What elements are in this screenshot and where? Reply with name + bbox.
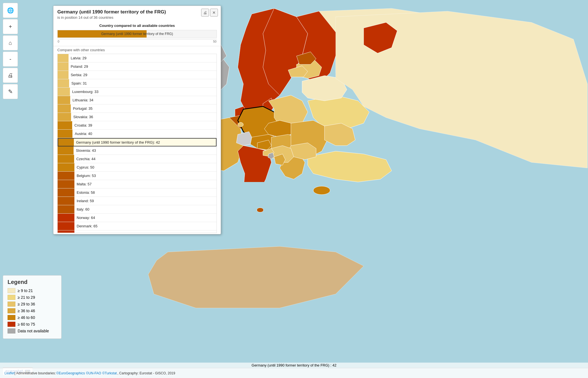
country-list-row[interactable]: Austria: 40 [58, 130, 217, 138]
bottom-value-text: Germany (until 1990 former territory of … [251, 363, 336, 367]
country-name-cell: Italy: 60 [74, 207, 217, 211]
country-list-row[interactable]: Croatia: 39 [58, 121, 217, 130]
legend-item: Data not available [8, 328, 57, 333]
country-list-row[interactable]: Cyprus: 50 [58, 163, 217, 172]
country-list-row[interactable]: Malta: 57 [58, 180, 217, 188]
country-name-cell: Norway: 64 [74, 216, 217, 220]
country-list-row[interactable]: Latvia: 29 [58, 54, 217, 62]
legend-item-label: ≥ 60 to 75 [18, 322, 35, 326]
country-list-row[interactable]: Luxembourg: 33 [58, 88, 217, 96]
country-list-row[interactable]: Slovakia: 36 [58, 113, 217, 121]
toolbar: 🌐 + ⌂ - 🖨 ✎ [3, 3, 18, 99]
country-name-cell: Poland: 29 [69, 64, 217, 69]
legend-color-swatch [8, 322, 15, 327]
svg-point-2 [313, 186, 330, 195]
country-bar-cell [58, 88, 70, 96]
compare-section: Compare with other countries Latvia: 29 … [53, 46, 221, 234]
legend-item: ≥ 9 to 21 [8, 288, 57, 293]
country-list-row[interactable]: Slovenia: 43 [58, 146, 217, 155]
country-list-row[interactable]: Ireland: 59 [58, 197, 217, 205]
country-name-cell: Croatia: 39 [72, 123, 217, 127]
country-name-cell: Germany (until 1990 former territory of … [74, 140, 216, 144]
country-list-row[interactable]: Spain: 31 [58, 79, 217, 88]
legend-color-swatch [8, 315, 15, 320]
chart-axis-line [57, 39, 217, 39]
country-name-cell: Portugal: 35 [71, 106, 217, 111]
legend-item-label: ≥ 9 to 21 [18, 288, 33, 293]
country-name-cell: Lithuania: 34 [70, 98, 217, 102]
country-bar-cell [58, 139, 74, 146]
chart-axis-start: 0 [58, 40, 59, 43]
country-bar-cell [58, 172, 74, 180]
legend-item-label: ≥ 46 to 60 [18, 315, 35, 320]
country-name-cell: Spain: 31 [69, 81, 217, 85]
legend-items: ≥ 9 to 21 ≥ 21 to 29 ≥ 29 to 36 ≥ 36 to … [8, 288, 57, 333]
chart-bar-label: Germany (until 1990 former territory of … [101, 32, 173, 36]
print-button[interactable]: 🖨 [3, 68, 18, 83]
country-list-row[interactable]: Italy: 60 [58, 205, 217, 214]
country-bar-cell [58, 62, 69, 71]
country-list-row[interactable]: Poland: 29 [58, 62, 217, 71]
chart-axis-mid: 50 [213, 40, 217, 43]
legend-item: ≥ 29 to 36 [8, 302, 57, 307]
country-name-cell: Estonia: 58 [74, 190, 217, 195]
country-list-row[interactable]: Norway: 64 [58, 214, 217, 222]
legend-title: Legend [8, 279, 57, 285]
popup-print-button[interactable]: 🖨 [201, 9, 209, 17]
country-bar-cell [58, 121, 72, 129]
status-separator: | Administrative boundaries: [15, 371, 56, 375]
country-name-cell: Serbia: 29 [69, 73, 217, 77]
bottom-value-display: Germany (until 1990 former territory of … [0, 363, 588, 368]
popup-header: Germany (until 1990 former territory of … [53, 6, 221, 21]
country-name-cell: Ireland: 59 [74, 199, 217, 203]
country-list-row[interactable]: Portugal: 35 [58, 104, 217, 113]
country-list-row[interactable]: Lithuania: 34 [58, 96, 217, 104]
country-name-cell: Luxembourg: 33 [70, 90, 217, 94]
country-name-cell: Slovakia: 36 [71, 115, 217, 119]
country-name-cell: Slovenia: 43 [74, 148, 217, 153]
chart-section: Country compared to all available countr… [53, 21, 221, 46]
compare-label: Compare with other countries [57, 48, 217, 52]
country-list-row[interactable]: Estonia: 58 [58, 188, 217, 197]
country-bar-cell [58, 214, 74, 222]
country-name-cell: Belgium: 53 [74, 174, 217, 178]
country-list-row[interactable]: Denmark: 65 [58, 222, 217, 230]
country-list-row[interactable]: Czechia: 44 [58, 155, 217, 163]
globe-button[interactable]: 🌐 [3, 3, 18, 18]
country-list-row[interactable]: Netherlands: 65 [58, 230, 217, 233]
popup-close-button[interactable]: ✕ [210, 9, 218, 17]
unfao-link[interactable]: ©UN-FAO [86, 371, 101, 375]
country-bar-cell [58, 104, 71, 113]
cartography-text: , Cartography: Eurostat - GISCO, 2019 [117, 371, 175, 375]
legend-item: ≥ 36 to 46 [8, 308, 57, 313]
legend-color-swatch [8, 288, 15, 293]
legend-item-label: Data not available [18, 329, 49, 333]
svg-point-3 [257, 208, 264, 212]
country-list-row[interactable]: Serbia: 29 [58, 71, 217, 79]
legend-color-swatch [8, 295, 15, 300]
pencil-button[interactable]: ✎ [3, 84, 18, 99]
home-button[interactable]: ⌂ [3, 35, 18, 50]
country-bar-cell [58, 230, 74, 233]
leaflet-link[interactable]: Leaflet [4, 371, 15, 375]
country-bar-cell [58, 222, 74, 230]
country-list[interactable]: Latvia: 29 Poland: 29 Serbia: 29 Spain: … [57, 54, 217, 233]
country-name-cell: Cyprus: 50 [74, 165, 217, 169]
country-bar-cell [58, 71, 69, 79]
legend-item-label: ≥ 36 to 46 [18, 309, 35, 313]
popup-title: Germany (until 1990 former territory of … [57, 9, 217, 15]
country-name-cell: Malta: 57 [74, 182, 217, 186]
country-bar-cell [58, 146, 74, 155]
popup-controls: 🖨 ✕ [201, 9, 218, 17]
turkstat-link[interactable]: ©Turkstat [102, 371, 117, 375]
country-list-row[interactable]: Belgium: 53 [58, 172, 217, 180]
legend-item-label: ≥ 21 to 29 [18, 295, 35, 300]
zoom-out-button[interactable]: - [3, 52, 18, 67]
eurogeographics-link[interactable]: ©EuroGeographics [56, 371, 85, 375]
country-list-row[interactable]: Germany (until 1990 former territory of … [58, 138, 217, 146]
zoom-in-button[interactable]: + [3, 19, 18, 34]
country-bar-cell [58, 180, 74, 188]
chart-bar-container: Germany (until 1990 former territory of … [57, 30, 217, 38]
country-bar-cell [58, 54, 69, 62]
chart-axis: 0 50 [57, 40, 217, 43]
